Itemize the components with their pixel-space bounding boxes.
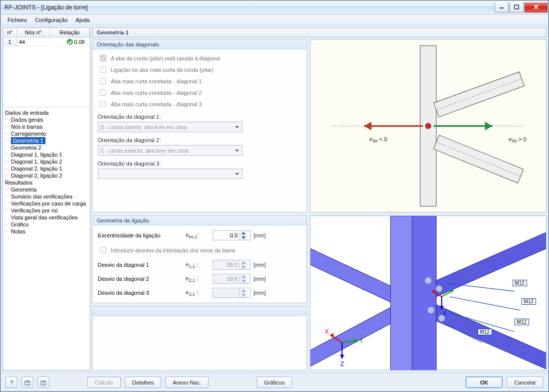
svg-marker-35 (310, 308, 390, 367)
tree-item[interactable]: Sumário das verificações (4, 193, 89, 200)
spin-up-icon[interactable] (240, 231, 247, 235)
svg-text:Y: Y (359, 337, 363, 344)
dev3-spinner[interactable] (213, 288, 251, 298)
ecc-spinner[interactable] (213, 230, 251, 240)
tree-item[interactable]: Vista geral das verificações (4, 214, 89, 221)
svg-marker-25 (242, 266, 246, 268)
d1-label: Orientação da diagonal 1: (98, 114, 301, 120)
footer: ? Cálculo Detalhes Anexo Nac. Gráficos O… (0, 373, 549, 392)
graphics-button[interactable]: Gráficos (257, 377, 292, 388)
tree-item[interactable]: Verificações por caso de carga (4, 200, 89, 207)
orientation-group-title: Orientação das diagonais (93, 40, 306, 49)
design-table-row[interactable]: 1 44 0.08 (3, 37, 90, 47)
geometry-group-title: Geometria da ligação (93, 216, 306, 225)
dev2-spinner[interactable] (213, 274, 251, 284)
render-view: z Y X Z (310, 215, 547, 371)
tree-item[interactable]: Diagonal 2, ligação 2 (4, 172, 89, 179)
cell-nodes: 44 (17, 37, 50, 46)
tree-item[interactable]: Diagonal 2, ligação 1 (4, 165, 89, 172)
nav-tree[interactable]: Dados de entrada Dados geraisNós e barra… (3, 107, 90, 370)
bolt-label-2: M12 (522, 298, 536, 305)
details-button[interactable]: Detalhes (125, 377, 161, 388)
chk-intro-deviations[interactable]: Introduzir desvios da interseção dos eix… (98, 245, 301, 255)
unit-mm: [mm] (254, 232, 266, 238)
svg-marker-58 (340, 355, 344, 359)
svg-marker-27 (242, 280, 246, 282)
spin-down-icon[interactable] (240, 235, 247, 240)
minimize-button[interactable] (495, 2, 509, 12)
annex-button[interactable]: Anexo Nac. (165, 377, 209, 388)
tree-item[interactable]: Diagonal 1, ligação 2 (4, 158, 89, 165)
design-table-header: nº Nós nº Relação (3, 28, 90, 37)
d3-combo[interactable] (98, 169, 243, 179)
tree-item[interactable]: Gráfico (4, 221, 89, 228)
svg-text:< 0: < 0 (379, 136, 387, 143)
col-ratio[interactable]: Relação (50, 28, 90, 37)
cancel-button[interactable]: Cancelar (507, 377, 544, 388)
tree-results-root[interactable]: Resultados (4, 179, 89, 186)
dev1-label: Desvio da diagonal 1 (98, 262, 183, 268)
tree-item[interactable]: Geometria (4, 186, 89, 193)
svg-marker-32 (436, 232, 546, 297)
tree-item[interactable]: Verificações por nó (4, 207, 89, 214)
tree-item[interactable]: Geometria 1 (4, 137, 89, 144)
tree-item[interactable]: Nós e barras (4, 123, 89, 130)
bolt-label-1: M12 (513, 280, 527, 286)
cell-ratio: 0.08 (50, 37, 90, 46)
svg-line-8 (436, 79, 522, 110)
chk-opt-1[interactable]: Ligação na aba mais curta da corda (pila… (98, 65, 301, 74)
svg-text:X: X (325, 329, 329, 336)
svg-text:> 0: > 0 (518, 136, 527, 143)
close-button[interactable] (525, 2, 548, 12)
tree-item[interactable]: Geometria 2 (4, 144, 89, 151)
svg-marker-28 (242, 289, 246, 292)
chk-opt-4[interactable]: Aba mais curta conetada - diagonal 3 (98, 99, 301, 109)
svg-marker-34 (310, 248, 390, 302)
svg-marker-30 (412, 216, 437, 371)
orientation-diagram: ein < 0 ein > 0 (310, 39, 547, 212)
svg-text:e: e (509, 136, 512, 143)
svg-marker-33 (436, 305, 546, 370)
ecc-symbol: eint,1: (186, 232, 210, 239)
tree-item[interactable]: Notas (4, 228, 89, 235)
svg-text:in: in (373, 137, 378, 144)
app-window: RF-JOINTS - [Ligação de torre] Ficheiro … (0, 0, 549, 392)
help-button[interactable]: ? (5, 377, 17, 388)
check-icon (67, 39, 73, 45)
svg-marker-23 (242, 236, 246, 239)
d1-combo[interactable]: D - corda interior, aba livre em cima (98, 122, 243, 132)
svg-line-48 (450, 297, 520, 310)
window-buttons (494, 2, 548, 12)
svg-text:z: z (443, 310, 446, 317)
d2-label: Orientação da diagonal 2: (98, 137, 301, 143)
tree-input-root[interactable]: Dados de entrada (4, 109, 89, 116)
dev1-spinner[interactable] (213, 260, 251, 270)
tree-item[interactable]: Diagonal 1, ligação 1 (4, 151, 89, 158)
chk-opt-0[interactable]: A aba da corda (pilar) está oposta à dia… (98, 53, 301, 63)
ok-button[interactable]: OK (466, 377, 503, 388)
client-area: nº Nós nº Relação 1 44 0.08 Dados de ent… (0, 25, 549, 373)
menu-config[interactable]: Configuração (31, 15, 71, 24)
titlebar: RF-JOINTS - [Ligação de torre] (0, 0, 549, 14)
cell-no: 1 (3, 37, 17, 46)
orientation-group: Orientação das diagonais A aba da corda … (92, 39, 307, 212)
chk-opt-2[interactable]: Aba mais curta conetada - diagonal 1 (98, 76, 301, 86)
tree-item[interactable]: Dados gerais (4, 116, 89, 123)
svg-point-11 (426, 123, 431, 129)
svg-line-10 (436, 142, 521, 176)
col-no[interactable]: nº (3, 28, 17, 37)
tree-item[interactable]: Carregamento (4, 130, 89, 137)
render-canvas[interactable]: z Y X Z (310, 216, 546, 371)
d2-combo[interactable]: C - corda exterior, aba livre em cima (98, 145, 243, 156)
d3-label: Orientação da diagonal 3: (98, 161, 301, 167)
svg-marker-22 (242, 232, 246, 234)
menu-file[interactable]: Ficheiro (3, 15, 31, 24)
col-nodes[interactable]: Nós nº (17, 28, 50, 37)
chk-opt-3[interactable]: Aba mais curta conetada - diagonal 2 (98, 88, 301, 97)
svg-text:Z: Z (340, 361, 344, 368)
menu-help[interactable]: Ajuda (72, 15, 94, 24)
calc-button[interactable]: Cálculo (87, 377, 121, 388)
import-button[interactable] (21, 377, 33, 388)
export-button[interactable] (37, 377, 49, 388)
maximize-button[interactable] (510, 2, 524, 12)
